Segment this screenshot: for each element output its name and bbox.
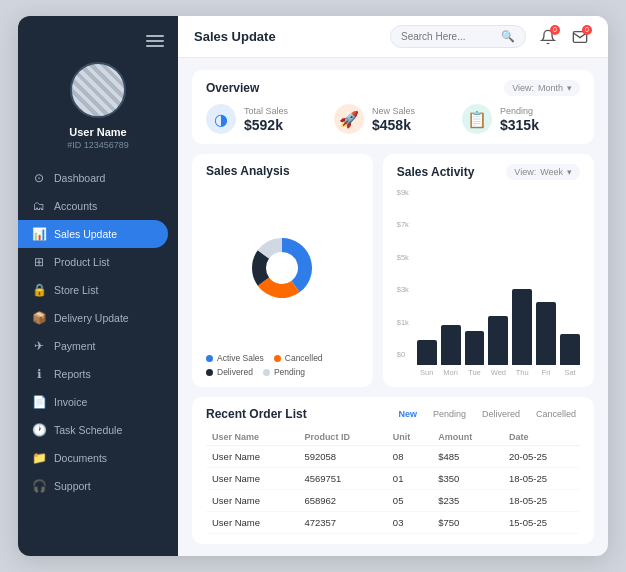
table-cell: 18-05-25 [503, 468, 580, 490]
reports-icon: ℹ [32, 367, 46, 381]
nav-list: ⊙ Dashboard🗂 Accounts📊 Sales Update⊞ Pro… [18, 164, 178, 546]
bar-day-label: Sun [420, 368, 433, 377]
table-row: User Name59205808$48520-05-25 [206, 446, 580, 468]
stat-value: $315k [500, 117, 539, 133]
sidebar-item-invoice[interactable]: 📄 Invoice [18, 388, 178, 416]
new-sales-icon: 🚀 [334, 104, 364, 134]
bars-wrapper: SunMonTueWedThuFriSat [417, 198, 580, 377]
sidebar-item-product-list[interactable]: ⊞ Product List [18, 248, 178, 276]
store-list-icon: 🔒 [32, 283, 46, 297]
sidebar-item-sales-update[interactable]: 📊 Sales Update [18, 220, 168, 248]
stat-value: $592k [244, 117, 288, 133]
hamburger-menu[interactable] [146, 32, 178, 50]
stat-label: Pending [500, 106, 539, 116]
table-cell: 03 [387, 512, 432, 534]
stats-row: ◑ Total Sales $592k 🚀 New Sales $458k 📋 … [206, 104, 580, 134]
table-cell: 08 [387, 446, 432, 468]
documents-icon: 📁 [32, 451, 46, 465]
topbar-icons: 0 0 [536, 25, 592, 49]
filter-tab-pending[interactable]: Pending [429, 407, 470, 421]
bar-wed: Wed [488, 198, 508, 377]
legend-delivered: Delivered [206, 367, 253, 377]
bar-day-label: Wed [491, 368, 506, 377]
invoice-icon: 📄 [32, 395, 46, 409]
sidebar-item-reports[interactable]: ℹ Reports [18, 360, 178, 388]
sidebar-item-label: Reports [54, 368, 91, 380]
delivery-update-icon: 📦 [32, 311, 46, 325]
search-box: 🔍 [390, 25, 526, 48]
table-row: User Name47235703$75015-05-25 [206, 512, 580, 534]
table-column-header: Amount [432, 429, 503, 446]
sidebar-item-label: Store List [54, 284, 98, 296]
sidebar-item-label: Support [54, 480, 91, 492]
product-list-icon: ⊞ [32, 255, 46, 269]
page-title: Sales Update [194, 29, 276, 44]
sales-activity-card: Sales Activity View: Week ▾ $0$1k$3k$5k$… [383, 154, 594, 387]
table-cell: 658962 [298, 490, 386, 512]
sidebar: User Name #ID 123456789 ⊙ Dashboard🗂 Acc… [18, 16, 178, 556]
bar-day-label: Mon [443, 368, 458, 377]
y-axis-labels: $0$1k$3k$5k$7k$9k [397, 188, 409, 359]
overview-view-toggle[interactable]: View: Month ▾ [504, 80, 580, 96]
sidebar-item-task-schedule[interactable]: 🕐 Task Schedule [18, 416, 178, 444]
bar-thu: Thu [512, 198, 532, 377]
order-filter-tabs: NewPendingDeliveredCancelled [394, 407, 580, 421]
message-button[interactable]: 0 [568, 25, 592, 49]
sidebar-item-label: Invoice [54, 396, 87, 408]
table-cell: 4569751 [298, 468, 386, 490]
stat-total-sales: ◑ Total Sales $592k [206, 104, 324, 134]
middle-row: Sales Analysis Active SalesCancelledDeli… [192, 154, 594, 387]
bar-fill [441, 325, 461, 366]
table-column-header: Product ID [298, 429, 386, 446]
stat-pending: 📋 Pending $315k [462, 104, 580, 134]
table-column-header: User Name [206, 429, 298, 446]
donut-legend: Active SalesCancelledDeliveredPending [206, 353, 359, 377]
sidebar-item-store-list[interactable]: 🔒 Store List [18, 276, 178, 304]
analysis-title: Sales Analysis [206, 164, 290, 178]
table-cell: 18-05-25 [503, 490, 580, 512]
sidebar-item-label: Sales Update [54, 228, 117, 240]
notification-badge: 0 [550, 25, 560, 35]
sidebar-item-documents[interactable]: 📁 Documents [18, 444, 178, 472]
sidebar-item-dashboard[interactable]: ⊙ Dashboard [18, 164, 178, 192]
sidebar-item-support[interactable]: 🎧 Support [18, 472, 178, 500]
bar-chart: $0$1k$3k$5k$7k$9k SunMonTueWedThuFriSat [397, 188, 580, 377]
sidebar-item-delivery-update[interactable]: 📦 Delivery Update [18, 304, 178, 332]
sidebar-item-accounts[interactable]: 🗂 Accounts [18, 192, 178, 220]
sidebar-item-label: Dashboard [54, 172, 105, 184]
user-section: User Name #ID 123456789 [18, 62, 178, 164]
search-icon[interactable]: 🔍 [501, 30, 515, 43]
bar-fri: Fri [536, 198, 556, 377]
search-input[interactable] [401, 31, 501, 42]
total-sales-icon: ◑ [206, 104, 236, 134]
recent-orders-card: Recent Order List NewPendingDeliveredCan… [192, 397, 594, 544]
bar-fill [488, 316, 508, 366]
payment-icon: ✈ [32, 339, 46, 353]
table-row: User Name456975101$35018-05-25 [206, 468, 580, 490]
bar-tue: Tue [465, 198, 485, 377]
app-container: User Name #ID 123456789 ⊙ Dashboard🗂 Acc… [18, 16, 608, 556]
bar-chart-grid: $0$1k$3k$5k$7k$9k SunMonTueWedThuFriSat [397, 188, 580, 377]
sidebar-item-label: Delivery Update [54, 312, 129, 324]
table-cell: User Name [206, 468, 298, 490]
notification-button[interactable]: 0 [536, 25, 560, 49]
activity-view-toggle[interactable]: View: Week ▾ [506, 164, 580, 180]
table-cell: 15-05-25 [503, 512, 580, 534]
sidebar-item-label: Task Schedule [54, 424, 122, 436]
sidebar-item-label: Documents [54, 452, 107, 464]
filter-tab-cancelled[interactable]: Cancelled [532, 407, 580, 421]
donut-chart [206, 186, 359, 349]
table-cell: $235 [432, 490, 503, 512]
filter-tab-new[interactable]: New [394, 407, 421, 421]
avatar [70, 62, 126, 118]
overview-title: Overview [206, 81, 259, 95]
bar-sat: Sat [560, 198, 580, 377]
sidebar-item-label: Payment [54, 340, 95, 352]
table-cell: $750 [432, 512, 503, 534]
filter-tab-delivered[interactable]: Delivered [478, 407, 524, 421]
bar-fill [536, 302, 556, 365]
content-area: Overview View: Month ▾ ◑ Total Sales $59… [178, 58, 608, 556]
sidebar-item-payment[interactable]: ✈ Payment [18, 332, 178, 360]
sidebar-item-label: Product List [54, 256, 109, 268]
main-content: Sales Update 🔍 0 0 [178, 16, 608, 556]
